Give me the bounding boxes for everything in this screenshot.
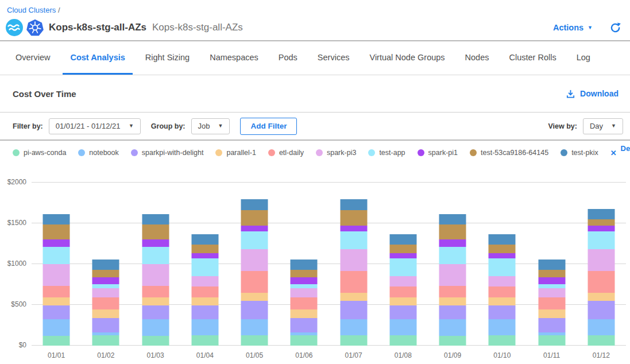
bar-segment-parallel-1[interactable]: [340, 293, 367, 301]
legend-item-parallel-1[interactable]: parallel-1: [215, 149, 256, 157]
bar-segment-pi-aws-conda[interactable]: [340, 335, 367, 346]
bar-segment-pi-aws-conda[interactable]: [241, 335, 268, 346]
bar-segment-spark-pi1[interactable]: [489, 253, 516, 258]
tab-log[interactable]: Log: [569, 41, 598, 75]
actions-button[interactable]: Actions ▼: [553, 23, 593, 32]
bar-segment-test-53ca9186-64145[interactable]: [191, 245, 218, 253]
bar-segment-test-pkix[interactable]: [291, 260, 318, 270]
bar-segment-parallel-1[interactable]: [489, 297, 516, 305]
bar-segment-parallel-1[interactable]: [142, 297, 169, 305]
bar-segment-test-53ca9186-64145[interactable]: [142, 224, 169, 240]
bar-segment-test-app[interactable]: [191, 258, 218, 276]
bar-segment-pi-aws-conda[interactable]: [489, 335, 516, 346]
bar-segment-test-app[interactable]: [142, 247, 169, 265]
bar-segment-test-53ca9186-64145[interactable]: [588, 219, 614, 226]
bar-segment-test-pkix[interactable]: [43, 214, 70, 224]
bar-segment-test-53ca9186-64145[interactable]: [241, 210, 268, 226]
bar-segment-parallel-1[interactable]: [241, 293, 268, 301]
bar-segment-etl-daily[interactable]: [92, 297, 119, 309]
tab-right-sizing[interactable]: Right Sizing: [138, 41, 197, 75]
bar-segment-notebook[interactable]: [588, 319, 614, 335]
bar-segment-sparkpi-with-delight[interactable]: [142, 305, 169, 319]
bar-segment-pi-aws-conda[interactable]: [538, 335, 565, 346]
bar-segment-test-app[interactable]: [489, 258, 516, 276]
bar-segment-pi-aws-conda[interactable]: [439, 336, 466, 346]
deselect-all-button[interactable]: ✕ Deselect All: [610, 144, 630, 161]
legend-item-test-app[interactable]: test-app: [368, 149, 405, 157]
bar-segment-sparkpi-with-delight[interactable]: [439, 305, 466, 319]
bar-segment-test-pkix[interactable]: [191, 234, 218, 245]
download-button[interactable]: Download: [566, 89, 619, 99]
bar-segment-pi-aws-conda[interactable]: [389, 335, 416, 346]
bar-segment-test-app[interactable]: [92, 284, 119, 288]
bar-segment-test-app[interactable]: [538, 284, 565, 288]
bar-segment-spark-pi1[interactable]: [142, 239, 169, 246]
bar-segment-spark-pi1[interactable]: [191, 253, 218, 258]
bar-segment-etl-daily[interactable]: [588, 271, 614, 293]
tab-nodes[interactable]: Nodes: [458, 41, 497, 75]
refresh-icon[interactable]: [610, 22, 621, 33]
bar-segment-spark-pi3[interactable]: [191, 276, 218, 286]
bar-segment-pi-aws-conda[interactable]: [588, 335, 614, 346]
bar-segment-test-pkix[interactable]: [538, 260, 565, 270]
bar-segment-spark-pi3[interactable]: [142, 264, 169, 286]
bar-segment-parallel-1[interactable]: [43, 297, 70, 305]
bar-segment-notebook[interactable]: [241, 319, 268, 335]
legend-item-sparkpi-with-delight[interactable]: sparkpi-with-delight: [131, 149, 204, 157]
bar-segment-etl-daily[interactable]: [291, 297, 318, 309]
legend-item-notebook[interactable]: notebook: [78, 149, 118, 157]
bar-segment-test-53ca9186-64145[interactable]: [43, 224, 70, 240]
bar-segment-test-app[interactable]: [43, 247, 70, 265]
bar-segment-etl-daily[interactable]: [142, 286, 169, 297]
bar-segment-test-pkix[interactable]: [489, 234, 516, 245]
breadcrumb-link-cloud-clusters[interactable]: Cloud Clusters: [7, 6, 56, 14]
bar-segment-sparkpi-with-delight[interactable]: [489, 305, 516, 319]
bar-segment-etl-daily[interactable]: [191, 286, 218, 297]
bar-segment-sparkpi-with-delight[interactable]: [191, 305, 218, 319]
bar-segment-etl-daily[interactable]: [241, 271, 268, 293]
bar-segment-etl-daily[interactable]: [43, 286, 70, 297]
bar-segment-test-app[interactable]: [340, 231, 367, 249]
tab-virtual-node-groups[interactable]: Virtual Node Groups: [362, 41, 452, 75]
group-by-select[interactable]: Job ▼: [191, 118, 230, 134]
bar-segment-sparkpi-with-delight[interactable]: [588, 301, 614, 319]
tab-overview[interactable]: Overview: [8, 41, 57, 75]
bar-segment-etl-daily[interactable]: [538, 297, 565, 309]
bar-segment-parallel-1[interactable]: [191, 297, 218, 305]
bar-segment-notebook[interactable]: [439, 319, 466, 336]
bar-segment-spark-pi3[interactable]: [241, 249, 268, 271]
bar-segment-spark-pi1[interactable]: [92, 277, 119, 284]
tab-cluster-rolls[interactable]: Cluster Rolls: [502, 41, 564, 75]
bar-segment-spark-pi3[interactable]: [291, 288, 318, 297]
bar-segment-test-53ca9186-64145[interactable]: [389, 245, 416, 253]
bar-segment-test-53ca9186-64145[interactable]: [489, 245, 516, 253]
view-by-select[interactable]: Day ▼: [583, 118, 623, 134]
bar-segment-sparkpi-with-delight[interactable]: [538, 318, 565, 333]
tab-namespaces[interactable]: Namespaces: [202, 41, 266, 75]
bar-segment-spark-pi3[interactable]: [340, 249, 367, 271]
bar-segment-sparkpi-with-delight[interactable]: [340, 301, 367, 319]
bar-segment-test-pkix[interactable]: [241, 199, 268, 210]
bar-segment-sparkpi-with-delight[interactable]: [291, 318, 318, 333]
tab-services[interactable]: Services: [310, 41, 357, 75]
legend-item-spark-pi3[interactable]: spark-pi3: [316, 149, 356, 157]
bar-segment-test-pkix[interactable]: [588, 209, 614, 219]
date-range-select[interactable]: 01/01/21 - 01/12/21 ▼: [49, 118, 141, 134]
bar-segment-parallel-1[interactable]: [291, 309, 318, 318]
bar-segment-sparkpi-with-delight[interactable]: [389, 305, 416, 319]
bar-segment-spark-pi3[interactable]: [43, 264, 70, 286]
legend-item-etl-daily[interactable]: etl-daily: [268, 149, 304, 157]
bar-segment-pi-aws-conda[interactable]: [191, 335, 218, 346]
bar-segment-test-pkix[interactable]: [439, 214, 466, 224]
bar-segment-spark-pi1[interactable]: [538, 277, 565, 284]
bar-segment-notebook[interactable]: [340, 319, 367, 335]
bar-segment-spark-pi3[interactable]: [489, 276, 516, 286]
bar-segment-notebook[interactable]: [489, 319, 516, 335]
bar-segment-parallel-1[interactable]: [389, 297, 416, 305]
bar-segment-test-pkix[interactable]: [92, 260, 119, 270]
tab-pods[interactable]: Pods: [271, 41, 305, 75]
bar-segment-pi-aws-conda[interactable]: [92, 335, 119, 346]
bar-segment-spark-pi3[interactable]: [538, 288, 565, 297]
bar-segment-parallel-1[interactable]: [439, 297, 466, 305]
bar-segment-test-53ca9186-64145[interactable]: [538, 270, 565, 277]
